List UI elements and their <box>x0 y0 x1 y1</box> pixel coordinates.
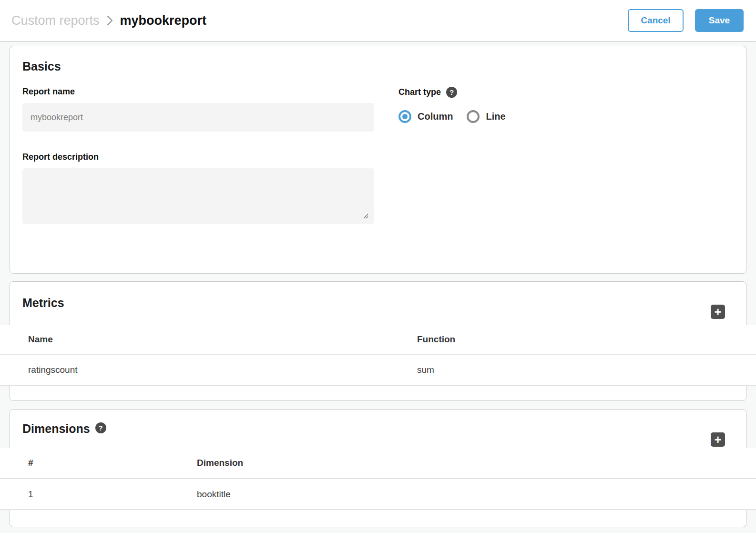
top-bar: Custom reports mybookreport Cancel Save <box>0 0 756 42</box>
dimensions-column-dimension: Dimension <box>197 458 756 468</box>
dimensions-table-row[interactable]: 1 booktitle <box>0 479 756 510</box>
breadcrumb: Custom reports mybookreport <box>11 13 206 28</box>
radio-option-line[interactable]: Line <box>467 110 505 123</box>
chevron-right-icon <box>106 14 113 27</box>
basics-card: Basics Report name Report description <box>10 46 746 274</box>
dimensions-column-index: # <box>28 458 197 468</box>
resize-handle-icon[interactable] <box>362 212 368 221</box>
metrics-column-name: Name <box>28 334 417 345</box>
chart-type-label: Chart type <box>398 87 441 97</box>
basics-title: Basics <box>22 60 734 73</box>
metrics-table-header: Name Function <box>0 325 756 355</box>
radio-column-label: Column <box>418 111 453 122</box>
radio-unselected-icon <box>467 110 480 123</box>
radio-selected-icon <box>398 110 411 123</box>
report-name-field-group: Report name <box>22 87 374 132</box>
report-name-label: Report name <box>22 87 374 97</box>
radio-line-label: Line <box>486 111 505 122</box>
metrics-table: Name Function ratingscount sum <box>0 325 756 386</box>
metrics-title: Metrics <box>22 296 64 310</box>
chart-type-radio-group: Column Line <box>398 110 734 123</box>
dimensions-table-header: # Dimension <box>0 448 756 479</box>
save-button[interactable]: Save <box>695 9 744 32</box>
dimension-index-cell: 1 <box>28 489 197 500</box>
breadcrumb-parent-link[interactable]: Custom reports <box>11 13 100 28</box>
report-description-textarea[interactable] <box>22 168 374 224</box>
page-title: mybookreport <box>120 13 207 28</box>
report-description-field-group: Report description <box>22 152 374 224</box>
dimension-name-cell: booktitle <box>197 489 756 500</box>
metrics-table-row[interactable]: ratingscount sum <box>0 355 756 386</box>
metric-name-cell: ratingscount <box>28 365 417 375</box>
add-metric-button[interactable]: + <box>711 305 725 319</box>
topbar-actions: Cancel Save <box>628 9 744 32</box>
main-content: Basics Report name Report description <box>0 42 756 532</box>
metrics-column-function: Function <box>417 334 756 345</box>
dimensions-table: # Dimension 1 booktitle <box>0 448 756 510</box>
report-name-input[interactable] <box>22 103 374 132</box>
dimensions-card: Dimensions ? + # Dimension 1 booktitle <box>10 409 746 527</box>
chart-type-help-icon[interactable]: ? <box>446 87 457 98</box>
cancel-button[interactable]: Cancel <box>628 9 684 32</box>
dimensions-title: Dimensions <box>22 422 90 436</box>
add-dimension-button[interactable]: + <box>711 432 725 447</box>
report-description-label: Report description <box>22 152 374 162</box>
metrics-card: Metrics + Name Function ratingscount sum <box>10 281 746 401</box>
radio-option-column[interactable]: Column <box>398 110 453 123</box>
dimensions-help-icon[interactable]: ? <box>95 422 106 433</box>
metric-function-cell: sum <box>417 365 756 375</box>
